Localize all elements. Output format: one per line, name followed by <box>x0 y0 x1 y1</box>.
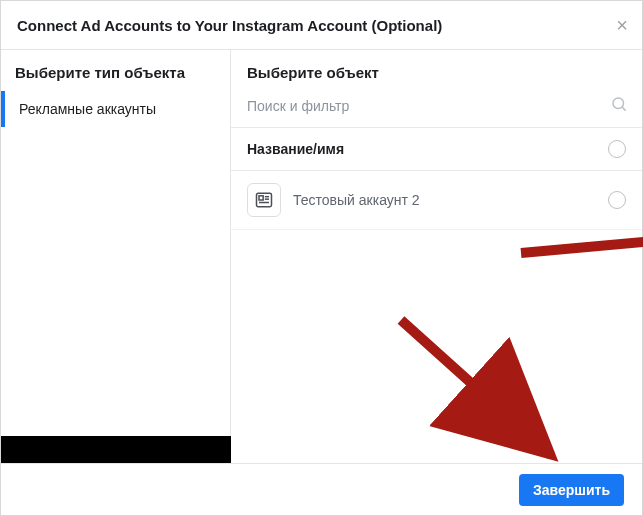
modal-footer: Завершить <box>1 463 642 515</box>
modal-title: Connect Ad Accounts to Your Instagram Ac… <box>17 17 442 34</box>
sidebar-item-ad-accounts[interactable]: Рекламные аккаунты <box>1 91 230 127</box>
main-heading: Выберите объект <box>231 50 642 89</box>
modal-body: Выберите тип объекта Рекламные аккаунты … <box>1 50 642 470</box>
modal-header: Connect Ad Accounts to Your Instagram Ac… <box>1 1 642 50</box>
sidebar: Выберите тип объекта Рекламные аккаунты <box>1 50 231 470</box>
svg-line-1 <box>622 107 625 110</box>
select-all-radio[interactable] <box>608 140 626 158</box>
ad-account-icon <box>247 183 281 217</box>
submit-button[interactable]: Завершить <box>519 474 624 506</box>
svg-line-8 <box>401 320 551 455</box>
search-input[interactable] <box>247 98 610 114</box>
svg-rect-3 <box>259 196 263 200</box>
search-icon[interactable] <box>610 95 628 117</box>
svg-line-7 <box>521 226 643 253</box>
close-icon[interactable]: × <box>616 15 628 35</box>
row-label: Тестовый аккаунт 2 <box>293 192 596 208</box>
table-row[interactable]: Тестовый аккаунт 2 <box>231 171 642 230</box>
search-row <box>231 89 642 128</box>
column-header-row: Название/имя <box>231 128 642 171</box>
annotation-arrow-icon <box>381 300 641 480</box>
svg-point-0 <box>613 98 624 109</box>
main-panel: Выберите объект Название/имя <box>231 50 642 470</box>
row-radio[interactable] <box>608 191 626 209</box>
modal: Connect Ad Accounts to Your Instagram Ac… <box>0 0 643 516</box>
sidebar-item-label: Рекламные аккаунты <box>19 101 156 117</box>
sidebar-heading: Выберите тип объекта <box>1 50 230 91</box>
column-header-name: Название/имя <box>247 141 344 157</box>
